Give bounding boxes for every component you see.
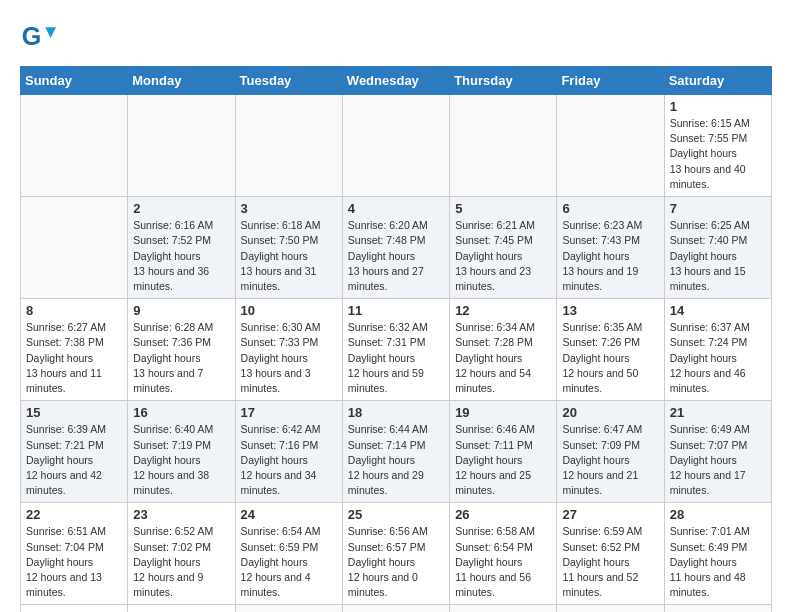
- calendar-cell: 5 Sunrise: 6:21 AM Sunset: 7:45 PM Dayli…: [450, 197, 557, 299]
- day-info: Sunrise: 6:39 AM Sunset: 7:21 PM Dayligh…: [26, 422, 122, 498]
- calendar-cell: 27 Sunrise: 6:59 AM Sunset: 6:52 PM Dayl…: [557, 503, 664, 605]
- day-info: Sunrise: 6:21 AM Sunset: 7:45 PM Dayligh…: [455, 218, 551, 294]
- calendar-cell: 13 Sunrise: 6:35 AM Sunset: 7:26 PM Dayl…: [557, 299, 664, 401]
- calendar-header-row: SundayMondayTuesdayWednesdayThursdayFrid…: [21, 67, 772, 95]
- day-info: Sunrise: 6:18 AM Sunset: 7:50 PM Dayligh…: [241, 218, 337, 294]
- calendar-cell: 4 Sunrise: 6:20 AM Sunset: 7:48 PM Dayli…: [342, 197, 449, 299]
- page-header: G: [20, 20, 772, 56]
- day-info: Sunrise: 6:35 AM Sunset: 7:26 PM Dayligh…: [562, 320, 658, 396]
- calendar-cell: 2 Sunrise: 6:16 AM Sunset: 7:52 PM Dayli…: [128, 197, 235, 299]
- logo: G: [20, 20, 60, 56]
- day-number: 19: [455, 405, 551, 420]
- day-info: Sunrise: 6:40 AM Sunset: 7:19 PM Dayligh…: [133, 422, 229, 498]
- day-info: Sunrise: 6:16 AM Sunset: 7:52 PM Dayligh…: [133, 218, 229, 294]
- calendar-cell: 30 Sunrise: 7:05 AM Sunset: 6:45 PM Dayl…: [128, 605, 235, 612]
- day-info: Sunrise: 6:27 AM Sunset: 7:38 PM Dayligh…: [26, 320, 122, 396]
- day-number: 7: [670, 201, 766, 216]
- week-row-6: 29 Sunrise: 7:03 AM Sunset: 6:47 PM Dayl…: [21, 605, 772, 612]
- day-number: 17: [241, 405, 337, 420]
- day-number: 12: [455, 303, 551, 318]
- day-number: 24: [241, 507, 337, 522]
- day-info: Sunrise: 6:46 AM Sunset: 7:11 PM Dayligh…: [455, 422, 551, 498]
- day-number: 26: [455, 507, 551, 522]
- calendar-cell: 8 Sunrise: 6:27 AM Sunset: 7:38 PM Dayli…: [21, 299, 128, 401]
- column-header-tuesday: Tuesday: [235, 67, 342, 95]
- column-header-monday: Monday: [128, 67, 235, 95]
- day-number: 5: [455, 201, 551, 216]
- calendar-cell: 3 Sunrise: 6:18 AM Sunset: 7:50 PM Dayli…: [235, 197, 342, 299]
- day-number: 2: [133, 201, 229, 216]
- calendar-cell: 12 Sunrise: 6:34 AM Sunset: 7:28 PM Dayl…: [450, 299, 557, 401]
- svg-text:G: G: [22, 22, 42, 50]
- day-number: 23: [133, 507, 229, 522]
- week-row-4: 15 Sunrise: 6:39 AM Sunset: 7:21 PM Dayl…: [21, 401, 772, 503]
- day-number: 16: [133, 405, 229, 420]
- day-info: Sunrise: 6:28 AM Sunset: 7:36 PM Dayligh…: [133, 320, 229, 396]
- week-row-5: 22 Sunrise: 6:51 AM Sunset: 7:04 PM Dayl…: [21, 503, 772, 605]
- day-info: Sunrise: 6:49 AM Sunset: 7:07 PM Dayligh…: [670, 422, 766, 498]
- calendar-cell: 7 Sunrise: 6:25 AM Sunset: 7:40 PM Dayli…: [664, 197, 771, 299]
- day-number: 20: [562, 405, 658, 420]
- calendar-cell: 19 Sunrise: 6:46 AM Sunset: 7:11 PM Dayl…: [450, 401, 557, 503]
- calendar-cell: [235, 95, 342, 197]
- day-info: Sunrise: 6:23 AM Sunset: 7:43 PM Dayligh…: [562, 218, 658, 294]
- column-header-sunday: Sunday: [21, 67, 128, 95]
- calendar-cell: [557, 95, 664, 197]
- calendar-cell: 15 Sunrise: 6:39 AM Sunset: 7:21 PM Dayl…: [21, 401, 128, 503]
- day-number: 28: [670, 507, 766, 522]
- day-number: 21: [670, 405, 766, 420]
- calendar-cell: 10 Sunrise: 6:30 AM Sunset: 7:33 PM Dayl…: [235, 299, 342, 401]
- calendar-table: SundayMondayTuesdayWednesdayThursdayFrid…: [20, 66, 772, 612]
- day-number: 1: [670, 99, 766, 114]
- day-number: 8: [26, 303, 122, 318]
- svg-marker-1: [45, 27, 56, 38]
- day-info: Sunrise: 6:32 AM Sunset: 7:31 PM Dayligh…: [348, 320, 444, 396]
- calendar-cell: 25 Sunrise: 6:56 AM Sunset: 6:57 PM Dayl…: [342, 503, 449, 605]
- day-number: 3: [241, 201, 337, 216]
- calendar-cell: [342, 605, 449, 612]
- calendar-cell: 28 Sunrise: 7:01 AM Sunset: 6:49 PM Dayl…: [664, 503, 771, 605]
- day-number: 11: [348, 303, 444, 318]
- day-info: Sunrise: 6:59 AM Sunset: 6:52 PM Dayligh…: [562, 524, 658, 600]
- calendar-cell: [450, 605, 557, 612]
- week-row-1: 1 Sunrise: 6:15 AM Sunset: 7:55 PM Dayli…: [21, 95, 772, 197]
- day-number: 9: [133, 303, 229, 318]
- column-header-wednesday: Wednesday: [342, 67, 449, 95]
- calendar-cell: 22 Sunrise: 6:51 AM Sunset: 7:04 PM Dayl…: [21, 503, 128, 605]
- day-info: Sunrise: 6:44 AM Sunset: 7:14 PM Dayligh…: [348, 422, 444, 498]
- calendar-cell: 20 Sunrise: 6:47 AM Sunset: 7:09 PM Dayl…: [557, 401, 664, 503]
- calendar-cell: 11 Sunrise: 6:32 AM Sunset: 7:31 PM Dayl…: [342, 299, 449, 401]
- day-info: Sunrise: 6:25 AM Sunset: 7:40 PM Dayligh…: [670, 218, 766, 294]
- calendar-cell: [450, 95, 557, 197]
- calendar-cell: [235, 605, 342, 612]
- day-info: Sunrise: 6:52 AM Sunset: 7:02 PM Dayligh…: [133, 524, 229, 600]
- week-row-3: 8 Sunrise: 6:27 AM Sunset: 7:38 PM Dayli…: [21, 299, 772, 401]
- day-info: Sunrise: 6:30 AM Sunset: 7:33 PM Dayligh…: [241, 320, 337, 396]
- day-info: Sunrise: 6:47 AM Sunset: 7:09 PM Dayligh…: [562, 422, 658, 498]
- calendar-cell: [21, 197, 128, 299]
- calendar-cell: 1 Sunrise: 6:15 AM Sunset: 7:55 PM Dayli…: [664, 95, 771, 197]
- calendar-cell: 14 Sunrise: 6:37 AM Sunset: 7:24 PM Dayl…: [664, 299, 771, 401]
- day-number: 6: [562, 201, 658, 216]
- day-number: 14: [670, 303, 766, 318]
- day-number: 22: [26, 507, 122, 522]
- day-info: Sunrise: 6:15 AM Sunset: 7:55 PM Dayligh…: [670, 116, 766, 192]
- calendar-cell: [664, 605, 771, 612]
- day-number: 15: [26, 405, 122, 420]
- column-header-friday: Friday: [557, 67, 664, 95]
- calendar-cell: [128, 95, 235, 197]
- column-header-saturday: Saturday: [664, 67, 771, 95]
- day-info: Sunrise: 7:01 AM Sunset: 6:49 PM Dayligh…: [670, 524, 766, 600]
- day-info: Sunrise: 6:58 AM Sunset: 6:54 PM Dayligh…: [455, 524, 551, 600]
- calendar-cell: 17 Sunrise: 6:42 AM Sunset: 7:16 PM Dayl…: [235, 401, 342, 503]
- day-number: 18: [348, 405, 444, 420]
- calendar-cell: 16 Sunrise: 6:40 AM Sunset: 7:19 PM Dayl…: [128, 401, 235, 503]
- calendar-cell: [21, 95, 128, 197]
- column-header-thursday: Thursday: [450, 67, 557, 95]
- calendar-cell: [342, 95, 449, 197]
- week-row-2: 2 Sunrise: 6:16 AM Sunset: 7:52 PM Dayli…: [21, 197, 772, 299]
- day-number: 13: [562, 303, 658, 318]
- calendar-cell: 23 Sunrise: 6:52 AM Sunset: 7:02 PM Dayl…: [128, 503, 235, 605]
- day-info: Sunrise: 6:51 AM Sunset: 7:04 PM Dayligh…: [26, 524, 122, 600]
- calendar-cell: [557, 605, 664, 612]
